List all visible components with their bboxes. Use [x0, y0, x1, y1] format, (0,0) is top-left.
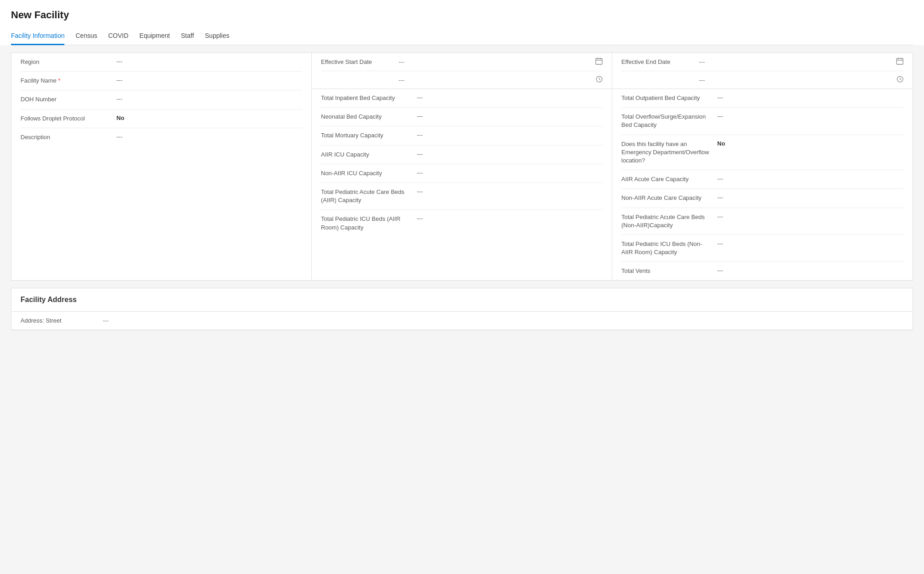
- pediatric-acute-non-aiir-value: ---: [717, 213, 903, 220]
- calendar-icon-start[interactable]: [595, 57, 603, 66]
- total-mortuary-label: Total Mortuary Capacity: [321, 131, 417, 140]
- total-outpatient-row: Total Outpatient Bed Capacity ---: [621, 89, 903, 108]
- svg-rect-0: [596, 58, 602, 64]
- pediatric-acute-non-aiir-label: Total Pediatric Acute Care Beds (Non-AII…: [621, 213, 717, 230]
- total-vents-row: Total Vents ---: [621, 262, 903, 280]
- total-vents-label: Total Vents: [621, 267, 717, 275]
- doh-number-value: ---: [116, 95, 302, 102]
- aiir-icu-row: AIIR ICU Capacity ---: [321, 146, 603, 164]
- address-street-row: Address: Street ---: [11, 312, 913, 330]
- calendar-icon-end[interactable]: [896, 57, 903, 66]
- pediatric-icu-non-aiir-value: ---: [717, 240, 903, 247]
- tab-staff[interactable]: Staff: [181, 28, 194, 45]
- right-column: Effective End Date ---: [612, 53, 913, 280]
- pediatric-icu-aiir-value: ---: [417, 215, 603, 222]
- emergency-dept-row: Does this facility have an Emergency Dep…: [621, 135, 903, 171]
- left-column: Region --- Facility Name * --- DOH Numbe…: [11, 53, 312, 280]
- non-aiir-acute-label: Non-AIIR Acute Care Capacity: [621, 194, 717, 202]
- non-aiir-acute-row: Non-AIIR Acute Care Capacity ---: [621, 189, 903, 208]
- non-aiir-icu-label: Non-AIIR ICU Capacity: [321, 169, 417, 177]
- effective-start-time-value: ---: [399, 77, 596, 83]
- neonatal-row: Neonatal Bed Capacity ---: [321, 108, 603, 126]
- overflow-surge-value: ---: [717, 113, 903, 120]
- address-street-value: ---: [103, 317, 109, 324]
- pediatric-icu-aiir-row: Total Pediatric ICU Beds (AIIR Room) Cap…: [321, 210, 603, 236]
- pediatric-acute-non-aiir-row: Total Pediatric Acute Care Beds (Non-AII…: [621, 208, 903, 235]
- middle-fields: Total Inpatient Bed Capacity --- Neonata…: [312, 89, 612, 237]
- tab-bar: Facility Information Census COVID Equipm…: [11, 28, 913, 45]
- total-inpatient-value: ---: [417, 94, 603, 101]
- pediatric-icu-non-aiir-label: Total Pediatric ICU Beds (Non-AIIR Room)…: [621, 240, 717, 256]
- tab-facility-information[interactable]: Facility Information: [11, 28, 64, 45]
- pediatric-acute-aiir-value: ---: [417, 188, 603, 195]
- pediatric-icu-aiir-label: Total Pediatric ICU Beds (AIIR Room) Cap…: [321, 215, 417, 231]
- neonatal-label: Neonatal Bed Capacity: [321, 113, 417, 121]
- doh-number-row: DOH Number ---: [21, 90, 302, 109]
- region-label: Region: [21, 58, 116, 66]
- svg-rect-7: [897, 58, 903, 64]
- description-label: Description: [21, 133, 116, 141]
- description-row: Description ---: [21, 128, 302, 146]
- total-vents-value: ---: [717, 267, 903, 274]
- address-section-title: Facility Address: [11, 288, 913, 312]
- facility-name-row: Facility Name * ---: [21, 72, 302, 90]
- total-inpatient-label: Total Inpatient Bed Capacity: [321, 94, 417, 102]
- tab-census[interactable]: Census: [75, 28, 97, 45]
- aiir-acute-value: ---: [717, 175, 903, 182]
- total-mortuary-row: Total Mortuary Capacity ---: [321, 126, 603, 145]
- tab-covid[interactable]: COVID: [108, 28, 128, 45]
- non-aiir-icu-row: Non-AIIR ICU Capacity ---: [321, 164, 603, 183]
- emergency-dept-label: Does this facility have an Emergency Dep…: [621, 140, 717, 165]
- facility-info-card: Region --- Facility Name * --- DOH Numbe…: [11, 52, 913, 281]
- facility-address-card: Facility Address Address: Street ---: [11, 288, 913, 330]
- region-value: ---: [116, 58, 302, 65]
- facility-name-value: ---: [116, 77, 302, 83]
- droplet-protocol-value: No: [116, 115, 302, 121]
- svg-line-13: [900, 79, 902, 80]
- middle-column: Effective Start Date ---: [312, 53, 612, 280]
- total-mortuary-value: ---: [417, 131, 603, 138]
- total-inpatient-row: Total Inpatient Bed Capacity ---: [321, 89, 603, 108]
- pediatric-acute-aiir-row: Total Pediatric Acute Care Beds (AIIR) C…: [321, 183, 603, 210]
- emergency-dept-value: No: [717, 140, 903, 147]
- total-outpatient-value: ---: [717, 94, 903, 101]
- pediatric-acute-aiir-label: Total Pediatric Acute Care Beds (AIIR) C…: [321, 188, 417, 204]
- non-aiir-acute-value: ---: [717, 194, 903, 201]
- effective-end-date-label: Effective End Date: [621, 58, 699, 65]
- address-street-label: Address: Street: [21, 317, 103, 324]
- tab-equipment[interactable]: Equipment: [139, 28, 170, 45]
- effective-end-date-value: ---: [699, 58, 896, 65]
- region-row: Region ---: [21, 53, 302, 72]
- droplet-protocol-row: Follows Droplet Protocol No: [21, 110, 302, 128]
- right-fields: Total Outpatient Bed Capacity --- Total …: [612, 89, 913, 280]
- aiir-acute-label: AIIR Acute Care Capacity: [621, 175, 717, 183]
- aiir-icu-label: AIIR ICU Capacity: [321, 151, 417, 159]
- overflow-surge-row: Total Overflow/Surge/Expansion Bed Capac…: [621, 108, 903, 135]
- doh-number-label: DOH Number: [21, 95, 116, 104]
- description-value: ---: [116, 133, 302, 140]
- aiir-icu-value: ---: [417, 151, 603, 157]
- pediatric-icu-non-aiir-row: Total Pediatric ICU Beds (Non-AIIR Room)…: [621, 235, 903, 262]
- clock-icon-end[interactable]: [897, 76, 903, 84]
- effective-start-date-label: Effective Start Date: [321, 58, 399, 65]
- droplet-protocol-label: Follows Droplet Protocol: [21, 115, 116, 123]
- required-indicator: *: [58, 77, 60, 84]
- svg-line-6: [599, 79, 601, 80]
- facility-name-label: Facility Name *: [21, 77, 116, 85]
- effective-end-time-value: ---: [699, 77, 897, 83]
- clock-icon-start[interactable]: [596, 76, 603, 84]
- aiir-acute-row: AIIR Acute Care Capacity ---: [621, 170, 903, 189]
- non-aiir-icu-value: ---: [417, 169, 603, 176]
- page-title: New Facility: [11, 9, 913, 21]
- total-outpatient-label: Total Outpatient Bed Capacity: [621, 94, 717, 102]
- neonatal-value: ---: [417, 113, 603, 120]
- effective-start-date-value: ---: [399, 58, 595, 65]
- tab-supplies[interactable]: Supplies: [205, 28, 230, 45]
- overflow-surge-label: Total Overflow/Surge/Expansion Bed Capac…: [621, 113, 717, 129]
